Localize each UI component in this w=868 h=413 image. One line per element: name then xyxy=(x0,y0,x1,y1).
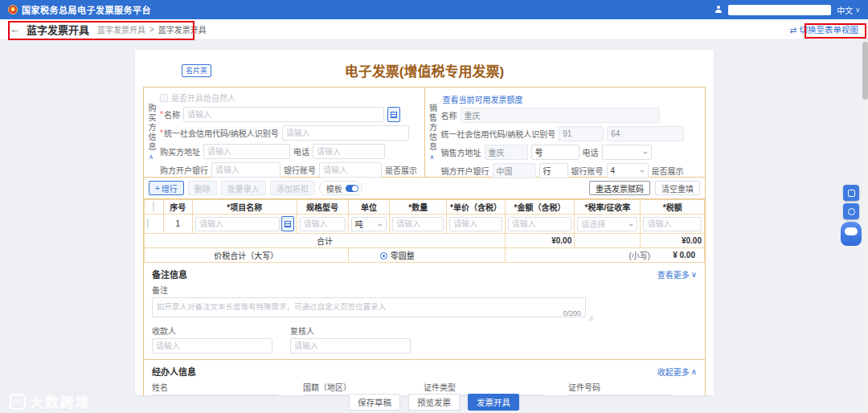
invoice-card: 名片夹 电子发票(增值税专用发票) 购买方信息 ∧ 是否开具给自然人 xyxy=(135,50,714,395)
agent-title: 经办人信息 xyxy=(152,365,196,378)
char-counter: 0/200 xyxy=(563,309,581,317)
buyer-taxid-row: * 统一社会信用代码/纳税人识别号 xyxy=(160,125,421,141)
seller-show-label[interactable]: 是否展示 xyxy=(652,165,684,177)
row-index: 1 xyxy=(163,215,192,234)
delete-button[interactable]: 删除 xyxy=(188,181,217,195)
chevron-down-icon: ∨ xyxy=(691,270,697,279)
seller-bank-row: 销方开户银行 银行账号 4 是否展示 xyxy=(441,163,702,178)
unit-price-input[interactable] xyxy=(449,217,502,231)
language-switcher[interactable]: 中文 ∨ xyxy=(837,4,860,16)
amount-cell xyxy=(505,215,574,234)
add-row-button[interactable]: + 增行 xyxy=(149,181,184,195)
service-widget-button[interactable] xyxy=(843,185,859,201)
seller-name-row: 名称 xyxy=(441,108,702,123)
buyer-taxid-input[interactable] xyxy=(282,125,409,141)
seller-section-label: 销售方信息 ∧ xyxy=(425,88,440,177)
items-table: 序号 *项目名称 规格型号 单位 *数量 *单价（含税） *金额（含税） *税率… xyxy=(144,199,705,263)
buyer-name-label: 名称 xyxy=(164,108,180,121)
payee-input[interactable] xyxy=(152,338,272,354)
agent-head: 经办人信息 收起更多 ∧ xyxy=(152,365,697,378)
seller-address-input-2[interactable] xyxy=(531,145,579,160)
note-textarea[interactable] xyxy=(152,297,586,317)
toolbar-right: 重选发票赋码 清空重填 xyxy=(589,181,700,195)
buyer-show-label[interactable]: 是否展示 xyxy=(385,164,417,176)
item-picker-button[interactable] xyxy=(281,216,294,231)
footer-actions: 保存草稿 预览发票 发票开具 xyxy=(0,394,868,411)
invoice-title: 电子发票(增值税专用发票) xyxy=(135,50,714,80)
switch-view-button[interactable]: ⇄ 切换至表单视图 xyxy=(790,23,858,35)
buyer-address-input[interactable] xyxy=(203,144,290,159)
view-more-link[interactable]: 查看更多 ∨ xyxy=(657,268,697,280)
natural-person-label: 是否开具给自然人 xyxy=(171,92,235,104)
assistant-mascot[interactable] xyxy=(841,222,862,246)
batch-input-button[interactable]: 批量录入 xyxy=(221,181,266,195)
spec-input[interactable] xyxy=(300,217,346,231)
items-header-row: 序号 *项目名称 规格型号 单位 *数量 *单价（含税） *金额（含税） *税率… xyxy=(145,200,705,215)
total-row: 合计 ¥0.00 ¥0.00 xyxy=(145,234,705,248)
preview-invoice-button[interactable]: 预览发票 xyxy=(408,394,460,411)
service-icon xyxy=(848,190,855,197)
save-draft-button[interactable]: 保存草稿 xyxy=(349,394,400,411)
col-index: 序号 xyxy=(163,200,192,215)
nationality-label: 国籍（地区） xyxy=(303,381,399,393)
seller-taxid-input-1 xyxy=(559,126,604,141)
quota-link[interactable]: 查看当前可用发票额度 xyxy=(443,93,523,105)
collapse-more-link[interactable]: 收起更多 ∧ xyxy=(657,366,697,378)
toggle-switch-icon xyxy=(346,185,358,192)
contacts-grid-icon xyxy=(391,112,397,118)
scrollbar-thumb[interactable] xyxy=(862,42,868,100)
breadcrumb-item[interactable]: 蓝字发票开具 xyxy=(97,23,145,35)
collapse-up-icon[interactable]: ∧ xyxy=(149,153,154,161)
plus-icon: + xyxy=(155,184,160,193)
template-toggle[interactable]: 模板 xyxy=(319,181,362,195)
account-name-redaction xyxy=(728,5,831,15)
quantity-input[interactable] xyxy=(392,217,444,231)
watermark-logo: 100 xyxy=(10,394,26,410)
collapse-up-icon[interactable]: ∧ xyxy=(430,153,435,161)
user-icon[interactable] xyxy=(714,6,723,14)
buyer-name-input[interactable] xyxy=(183,107,384,122)
invoice-box: 购买方信息 ∧ 是否开具给自然人 * 名称 xyxy=(143,87,706,395)
feedback-widget-button[interactable] xyxy=(843,203,859,219)
platform-title: 国家税务总局电子发票服务平台 xyxy=(22,3,151,16)
item-row: 1 吨 请选择 xyxy=(145,215,705,234)
amount-input[interactable] xyxy=(508,217,571,231)
unit-select[interactable]: 吨 xyxy=(351,217,387,231)
required-mark: * xyxy=(160,129,163,137)
row-checkbox[interactable] xyxy=(147,219,149,229)
back-arrow-icon[interactable]: ← xyxy=(10,23,20,35)
issue-invoice-button[interactable]: 发票开具 xyxy=(468,394,519,411)
sum-value: ¥ 0.00 xyxy=(673,251,695,260)
radio-icon[interactable] xyxy=(380,252,387,260)
contact-card-tag-button[interactable]: 名片夹 xyxy=(182,64,211,77)
clear-refill-button[interactable]: 清空重填 xyxy=(655,181,700,195)
template-label: 模板 xyxy=(326,182,342,194)
reviewer-input[interactable] xyxy=(290,338,411,354)
tax-rate-placeholder: 请选择 xyxy=(581,218,605,230)
sum-value-cell: (小写) ¥ 0.00 xyxy=(505,248,704,263)
buyer-account-input[interactable] xyxy=(319,162,382,178)
seller-name-label: 名称 xyxy=(441,109,457,121)
buyer-bank-input[interactable] xyxy=(211,162,280,178)
add-discount-button[interactable]: 添加折扣 xyxy=(270,181,315,195)
seller-bank-input-1 xyxy=(493,163,536,178)
select-all-checkbox[interactable] xyxy=(153,202,154,212)
seller-bank-input-2[interactable] xyxy=(539,163,568,178)
buyer-phone-input[interactable] xyxy=(313,144,385,159)
tax-rate-select[interactable]: 请选择 xyxy=(577,217,637,231)
seller-phone-select[interactable] xyxy=(602,145,652,160)
contact-picker-button[interactable] xyxy=(387,107,400,122)
resize-handle-icon[interactable] xyxy=(588,315,593,321)
id-number-label: 证件号码 xyxy=(568,381,673,393)
buyer-section-label: 购买方信息 ∧ xyxy=(144,88,158,177)
total-label: 合计 xyxy=(145,234,506,248)
page-title: 蓝字发票开具 xyxy=(27,22,89,37)
seller-address-row: 销售方地址 电话 xyxy=(441,145,702,160)
tax-input[interactable] xyxy=(643,217,702,231)
add-row-label: 增行 xyxy=(162,182,178,194)
reselect-invoice-type-button[interactable]: 重选发票赋码 xyxy=(589,181,650,195)
natural-person-checkbox[interactable] xyxy=(160,94,168,102)
item-name-input[interactable] xyxy=(195,217,280,231)
seller-bank-label: 销方开户银行 xyxy=(441,165,489,177)
seller-account-select[interactable]: 4 xyxy=(607,163,649,178)
